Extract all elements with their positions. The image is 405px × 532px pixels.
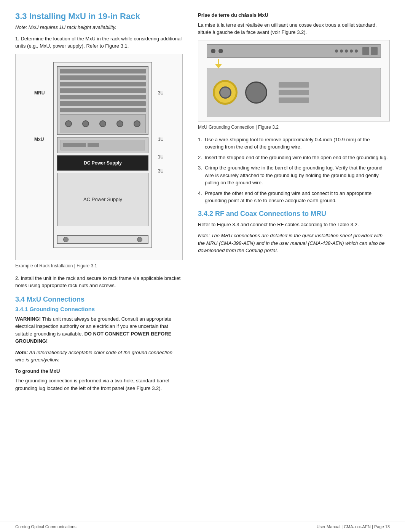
mxu-bar2 xyxy=(88,143,99,147)
chassis-rect-2 xyxy=(371,47,378,55)
step-1-num: 1. xyxy=(198,136,202,144)
content-area: 3.3 Installing MxU in 19-in Rack Note: M… xyxy=(0,0,405,521)
footer-right: User Manual | CMA-xxx-AEN | Page 13 xyxy=(317,524,390,529)
mru-knob-2 xyxy=(82,120,89,127)
chassis-dot-2 xyxy=(340,50,343,53)
grounding-figure-inner xyxy=(207,44,381,117)
mru-stripe-2 xyxy=(60,75,146,80)
rack-outline: DC Power Supply AC Power Supply xyxy=(53,62,152,248)
note-text: An internationally acceptable color code… xyxy=(15,350,172,363)
rack-bottom-strip xyxy=(57,235,148,244)
section-341-title: 3.4.1 Grounding Connections xyxy=(15,306,183,312)
chassis-round-button xyxy=(245,81,267,104)
grounding-lug xyxy=(213,80,238,105)
chassis-main-panel xyxy=(207,68,381,117)
right-column: Prise de terre du châssis MxU La mise à … xyxy=(198,11,390,506)
label-3u-bot: 3U xyxy=(158,168,164,174)
arrow-spacer xyxy=(207,59,381,67)
chassis-dots-row xyxy=(335,50,358,53)
chassis-dot-1 xyxy=(335,50,338,53)
step-1: 1. Use a wire-stripping tool to remove a… xyxy=(198,136,390,151)
section-342-title: 3.4.2 RF and Coax Connections to MRU xyxy=(198,210,390,218)
step-1-text: Use a wire-stripping tool to remove appr… xyxy=(205,137,370,150)
to-ground-title: To ground the MxU xyxy=(15,367,183,375)
step-2: 2. Insert the stripped end of the ground… xyxy=(198,154,390,161)
mru-knob-1 xyxy=(65,120,72,127)
mru-internals xyxy=(57,67,148,136)
mru-knob-3 xyxy=(99,120,106,127)
chassis-rects xyxy=(362,47,378,55)
step-3: 3. Crimp the grounding wire in the barre… xyxy=(198,164,390,187)
grounding-lug-inner xyxy=(219,86,231,99)
section-33-note: Note: MxU requires 1U rack height availa… xyxy=(15,24,183,31)
page-footer: Corning Optical Communications User Manu… xyxy=(0,521,405,532)
mru-stripe-6 xyxy=(60,101,146,106)
mru-stripe-7 xyxy=(60,108,146,112)
step-4-text: Prepare the other end of the grounding w… xyxy=(205,190,372,204)
label-1u: 1U xyxy=(158,137,164,142)
warning-paragraph: WARNING! This unit must always be ground… xyxy=(15,315,183,345)
mru-knob-4 xyxy=(116,120,123,127)
mru-stripe-4 xyxy=(60,88,146,93)
chassis-led-2 xyxy=(218,49,223,53)
label-3u-top: 3U xyxy=(158,90,164,96)
chassis-top-bar xyxy=(207,44,381,58)
left-column: 3.3 Installing MxU in 19-in Rack Note: M… xyxy=(15,11,183,506)
section-34-title: 3.4 MxU Connections xyxy=(15,296,183,304)
rack-figure-caption: Example of Rack Installation | Figure 3.… xyxy=(15,262,183,269)
chassis-ports xyxy=(279,82,309,103)
mru-knob-5 xyxy=(134,120,140,127)
section-33-step1: 1. Determine the location of the MxU in … xyxy=(15,35,183,50)
page-container: 3.3 Installing MxU in 19-in Rack Note: M… xyxy=(0,0,405,532)
chassis-dot-3 xyxy=(345,50,348,53)
step-3-text: Crimp the grounding wire in the barrel o… xyxy=(205,165,383,185)
step-2-num: 2. xyxy=(198,154,202,161)
rack-mru-unit xyxy=(57,66,148,135)
chassis-rect-1 xyxy=(362,47,369,55)
label-1u-2: 1U xyxy=(158,154,164,160)
section-342-text: Refer to Figure 3.3 and connect the RF c… xyxy=(198,221,390,228)
mxu-label: MxU xyxy=(34,137,44,142)
chassis-led-1 xyxy=(211,49,215,53)
mru-stripe-1 xyxy=(60,69,146,73)
mru-lower-panel xyxy=(60,114,146,133)
rack-mxu-unit xyxy=(57,137,148,153)
to-ground-text: The grounding connection is performed vi… xyxy=(15,377,183,392)
rack-ac-unit: AC Power Supply xyxy=(57,173,148,226)
mru-label: MRU xyxy=(34,90,45,96)
grounding-section-title: Prise de terre du châssis MxU xyxy=(198,11,390,19)
ac-label: AC Power Supply xyxy=(83,197,122,202)
grounding-note: Note: An internationally acceptable colo… xyxy=(15,349,183,364)
grounding-figure-caption: MxU Grounding Connection | Figure 3.2 xyxy=(198,124,390,131)
footer-left: Corning Optical Communications xyxy=(15,524,77,529)
chassis-port-1 xyxy=(279,82,309,88)
bottom-hole-right xyxy=(137,237,142,242)
chassis-dot-4 xyxy=(350,50,353,53)
rack-figure-box: DC Power Supply AC Power Supply xyxy=(15,54,183,260)
mru-stripe-5 xyxy=(60,95,146,99)
rack-dc-unit: DC Power Supply xyxy=(57,155,148,171)
mxu-bar xyxy=(63,143,86,147)
grounding-figure-box xyxy=(198,40,390,121)
warning-label: WARNING! xyxy=(15,316,41,322)
rack-diagram-container: DC Power Supply AC Power Supply xyxy=(34,58,164,256)
step-3-num: 3. xyxy=(198,164,202,172)
arrow-container xyxy=(207,59,381,67)
step-4: 4. Prepare the other end of the groundin… xyxy=(198,190,390,204)
bottom-hole-left xyxy=(63,237,69,242)
chassis-dot-5 xyxy=(355,50,358,53)
mru-stripe-3 xyxy=(60,82,146,86)
grounding-intro: La mise à la terre est réalisée en utili… xyxy=(198,21,390,36)
note-label: Note: xyxy=(15,350,28,355)
arrow-head xyxy=(215,64,222,69)
grounding-steps-list: 1. Use a wire-stripping tool to remove a… xyxy=(198,136,390,204)
mxu-inner xyxy=(61,140,145,150)
step-4-num: 4. xyxy=(198,190,202,197)
chassis-port-3 xyxy=(279,97,309,103)
section-33-step2: 2. Install the unit in the rack and secu… xyxy=(15,275,183,289)
dc-label: DC Power Supply xyxy=(84,160,122,166)
step-2-text: Insert the stripped end of the grounding… xyxy=(205,155,388,160)
section-33-title: 3.3 Installing MxU in 19-in Rack xyxy=(15,11,183,21)
section-342-note: Note: The MRU connections are detailed i… xyxy=(198,232,390,254)
chassis-port-2 xyxy=(279,90,309,95)
